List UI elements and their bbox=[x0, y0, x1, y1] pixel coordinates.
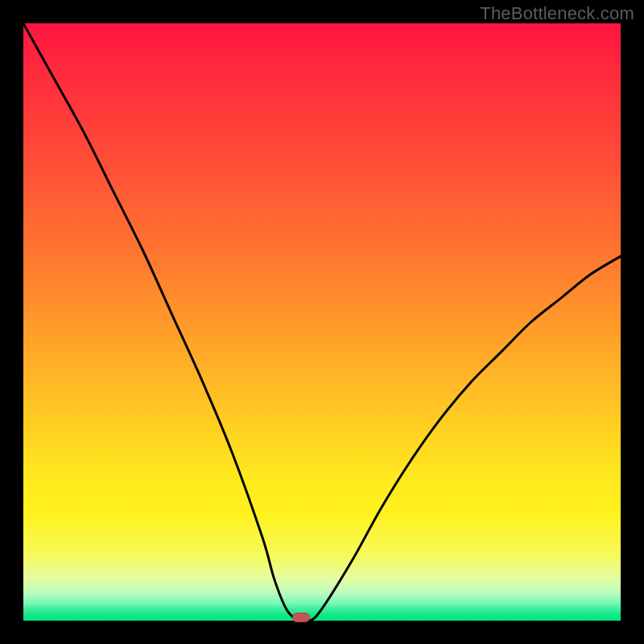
watermark-text: TheBottleneck.com bbox=[480, 3, 634, 24]
plot-area bbox=[23, 23, 621, 621]
optimal-marker bbox=[292, 613, 310, 622]
bottleneck-curve bbox=[23, 23, 621, 621]
chart-frame: TheBottleneck.com bbox=[0, 0, 644, 644]
